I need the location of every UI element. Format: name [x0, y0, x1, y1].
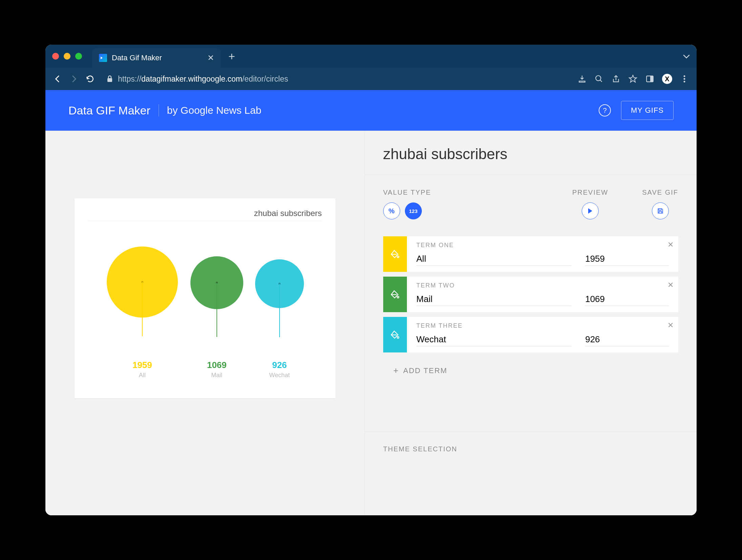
app-title: Data GIF Maker: [68, 104, 150, 117]
titlebar: Data Gif Maker ✕ +: [45, 45, 697, 68]
term-value-input[interactable]: [585, 293, 669, 306]
fill-icon: [390, 249, 400, 259]
term-label: TERM THREE: [416, 322, 669, 329]
term-name-input[interactable]: [416, 333, 572, 346]
install-icon[interactable]: [577, 74, 587, 83]
editor-title-row: zhubai subscribers: [365, 131, 697, 175]
browser-window: Data Gif Maker ✕ + https://datagifmaker.…: [45, 45, 697, 515]
svg-rect-0: [107, 78, 112, 82]
divider: [159, 104, 159, 116]
term-color-swatch[interactable]: [383, 236, 407, 272]
chart-value-num: 1069: [190, 360, 244, 370]
share-icon[interactable]: [611, 74, 621, 83]
term-remove-icon[interactable]: ✕: [667, 321, 674, 330]
my-gifs-button[interactable]: MY GIFS: [621, 101, 674, 120]
play-icon: [588, 208, 593, 214]
toolbar-right-icons: X: [577, 74, 689, 84]
svg-point-6: [684, 81, 685, 83]
preview-label: PREVIEW: [572, 189, 608, 196]
value-type-label: VALUE TYPE: [383, 189, 431, 196]
value-type-group: VALUE TYPE % 123: [383, 189, 431, 219]
svg-point-5: [684, 78, 685, 80]
close-window-button[interactable]: [52, 53, 59, 60]
svg-point-1: [596, 76, 601, 81]
chart-area: [88, 245, 322, 357]
plus-icon: +: [393, 365, 399, 376]
term-row-1: TERM ONE ✕: [383, 236, 678, 272]
menu-icon[interactable]: [680, 75, 689, 83]
minimize-window-button[interactable]: [64, 53, 70, 60]
term-remove-icon[interactable]: ✕: [667, 240, 674, 249]
preview-pane: zhubai subscribers: [45, 131, 365, 515]
tab-favicon: [99, 54, 107, 62]
editor-controls: VALUE TYPE % 123 PREVIEW SAVE GIF: [365, 175, 697, 236]
main: zhubai subscribers: [45, 131, 697, 515]
url-text: https://datagifmaker.withgoogle.com/edit…: [118, 74, 288, 84]
panel-icon[interactable]: [645, 74, 655, 83]
new-tab-button[interactable]: +: [228, 50, 235, 63]
number-button[interactable]: 123: [405, 202, 422, 219]
terms-list: TERM ONE ✕ TERM TWO: [365, 236, 697, 384]
chart-circle-2: [254, 258, 305, 309]
chart-value-label: All: [105, 372, 180, 379]
tabs-chevron-icon[interactable]: [683, 52, 690, 61]
browser-tab[interactable]: Data Gif Maker ✕: [92, 48, 221, 68]
preview-group: PREVIEW: [572, 189, 608, 219]
forward-button[interactable]: [69, 74, 79, 83]
lock-icon: [106, 75, 113, 83]
help-icon[interactable]: ?: [599, 104, 611, 116]
chart-value-label: Mail: [190, 372, 244, 379]
save-icon: [657, 208, 664, 214]
chart-value-label: Wechat: [254, 372, 305, 379]
bookmark-star-icon[interactable]: [628, 74, 638, 83]
back-button[interactable]: [53, 74, 62, 83]
chart-value-num: 926: [254, 360, 305, 370]
chart-circle-1: [190, 256, 244, 310]
chart-circle-0: [105, 245, 180, 319]
term-name-input[interactable]: [416, 293, 572, 306]
fill-icon: [390, 330, 400, 340]
term-row-2: TERM TWO ✕: [383, 277, 678, 312]
chart-values: 1959 All 1069 Mail 926 Wechat: [88, 360, 322, 379]
save-label: SAVE GIF: [642, 189, 678, 196]
tab-title: Data Gif Maker: [112, 53, 162, 62]
save-button[interactable]: [652, 202, 669, 219]
play-button[interactable]: [582, 202, 599, 219]
term-remove-icon[interactable]: ✕: [667, 281, 674, 289]
percent-button[interactable]: %: [383, 202, 400, 219]
address-bar[interactable]: https://datagifmaker.withgoogle.com/edit…: [102, 74, 571, 84]
editor-title[interactable]: zhubai subscribers: [383, 146, 678, 163]
editor-pane: zhubai subscribers VALUE TYPE % 123 PREV…: [365, 131, 697, 515]
profile-avatar[interactable]: X: [662, 74, 672, 84]
save-group: SAVE GIF: [642, 189, 678, 219]
chart-stem: [279, 284, 280, 337]
svg-rect-3: [650, 76, 653, 82]
add-term-button[interactable]: + ADD TERM: [383, 357, 678, 384]
term-color-swatch[interactable]: [383, 277, 407, 312]
fill-icon: [390, 289, 400, 300]
term-value-input[interactable]: [585, 333, 669, 346]
chart-stem: [142, 282, 143, 336]
tab-close-icon[interactable]: ✕: [207, 53, 214, 63]
chart-value-0: 1959 All: [105, 360, 180, 379]
maximize-window-button[interactable]: [75, 53, 82, 60]
app-header: Data GIF Maker by Google News Lab ? MY G…: [45, 90, 697, 131]
term-label: TERM TWO: [416, 282, 669, 289]
term-label: TERM ONE: [416, 242, 669, 249]
theme-selection-section[interactable]: THEME SELECTION: [365, 431, 697, 467]
traffic-lights: [52, 53, 82, 60]
term-value-input[interactable]: [585, 252, 669, 266]
chart-value-2: 926 Wechat: [254, 360, 305, 379]
chart-value-1: 1069 Mail: [190, 360, 244, 379]
chart-title: zhubai subscribers: [88, 209, 322, 221]
term-row-3: TERM THREE ✕: [383, 317, 678, 352]
term-color-swatch[interactable]: [383, 317, 407, 352]
chart-card: zhubai subscribers: [75, 198, 335, 398]
browser-toolbar: https://datagifmaker.withgoogle.com/edit…: [45, 68, 697, 90]
app-subtitle: by Google News Lab: [167, 105, 262, 116]
reload-button[interactable]: [85, 74, 95, 83]
add-term-label: ADD TERM: [403, 366, 448, 375]
zoom-icon[interactable]: [594, 74, 604, 83]
svg-point-4: [684, 76, 685, 77]
term-name-input[interactable]: [416, 252, 572, 266]
